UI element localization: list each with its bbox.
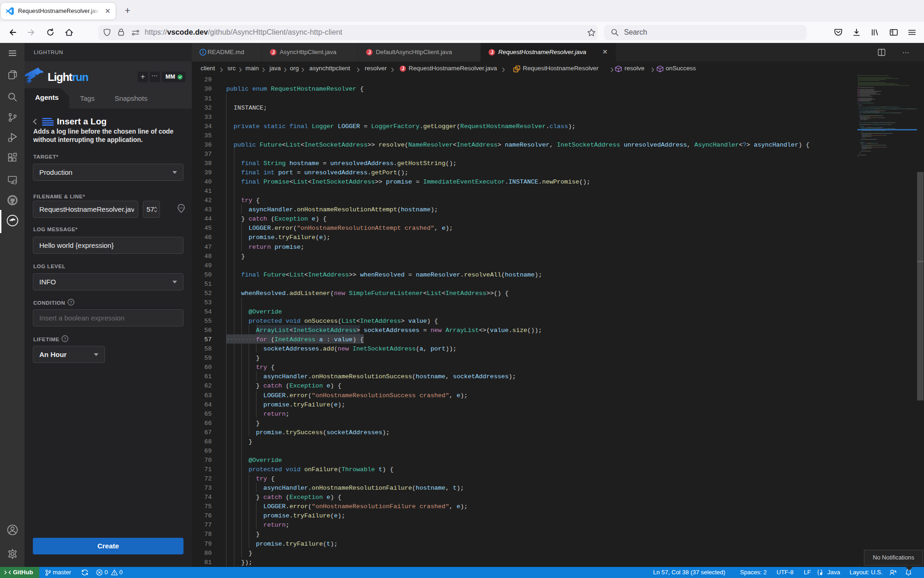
svg-text:J: J — [402, 66, 404, 71]
svg-text:J: J — [272, 49, 275, 55]
svg-text:J: J — [368, 49, 371, 55]
svg-text:?: ? — [64, 336, 66, 341]
svg-text:?: ? — [70, 300, 72, 305]
svg-text:J: J — [490, 49, 493, 55]
svg-text:</>: </> — [179, 206, 184, 209]
